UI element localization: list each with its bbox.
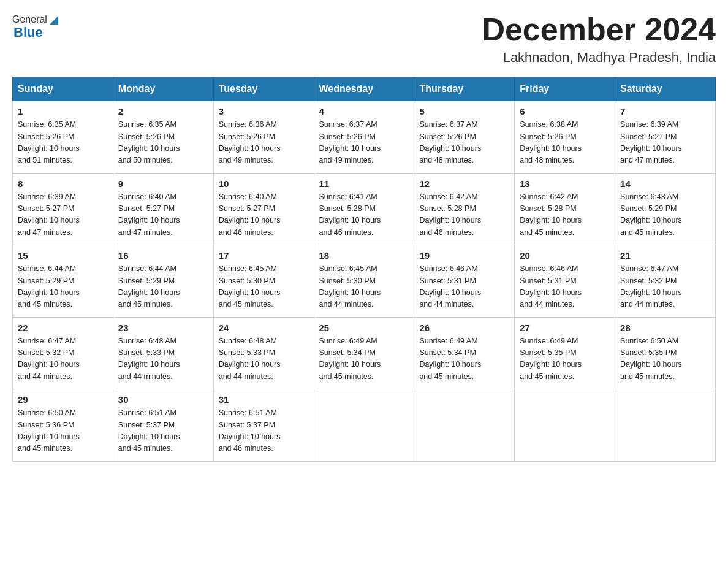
day-info: Sunrise: 6:51 AM Sunset: 5:37 PM Dayligh… — [118, 407, 208, 455]
calendar-week-row: 8 Sunrise: 6:39 AM Sunset: 5:27 PM Dayli… — [13, 173, 716, 245]
day-number: 27 — [520, 323, 610, 333]
calendar-cell: 20 Sunrise: 6:46 AM Sunset: 5:31 PM Dayl… — [515, 245, 615, 318]
day-number: 15 — [18, 250, 108, 261]
calendar-week-row: 1 Sunrise: 6:35 AM Sunset: 5:26 PM Dayli… — [13, 101, 716, 174]
calendar-cell: 30 Sunrise: 6:51 AM Sunset: 5:37 PM Dayl… — [113, 389, 213, 462]
logo: General Blue — [12, 12, 61, 40]
day-number: 11 — [319, 178, 409, 189]
day-number: 16 — [118, 250, 208, 261]
day-number: 2 — [118, 106, 208, 117]
header-wednesday: Wednesday — [314, 77, 414, 101]
calendar-cell — [414, 389, 515, 462]
day-info: Sunrise: 6:45 AM Sunset: 5:30 PM Dayligh… — [319, 263, 409, 311]
location-title: Lakhnadon, Madhya Pradesh, India — [482, 50, 716, 66]
calendar-cell: 10 Sunrise: 6:40 AM Sunset: 5:27 PM Dayl… — [213, 173, 314, 245]
header-saturday: Saturday — [615, 77, 716, 101]
logo-blue-text: Blue — [13, 25, 43, 40]
day-number: 5 — [419, 106, 509, 117]
day-number: 17 — [219, 250, 309, 261]
calendar-cell: 31 Sunrise: 6:51 AM Sunset: 5:37 PM Dayl… — [213, 389, 314, 462]
day-info: Sunrise: 6:47 AM Sunset: 5:32 PM Dayligh… — [620, 263, 710, 311]
calendar-cell: 27 Sunrise: 6:49 AM Sunset: 5:35 PM Dayl… — [515, 317, 615, 389]
day-info: Sunrise: 6:39 AM Sunset: 5:27 PM Dayligh… — [620, 119, 710, 167]
day-info: Sunrise: 6:37 AM Sunset: 5:26 PM Dayligh… — [319, 119, 409, 167]
calendar-cell: 1 Sunrise: 6:35 AM Sunset: 5:26 PM Dayli… — [13, 101, 113, 174]
day-number: 23 — [118, 323, 208, 333]
day-number: 25 — [319, 323, 409, 333]
month-title: December 2024 — [482, 12, 716, 47]
calendar-cell: 24 Sunrise: 6:48 AM Sunset: 5:33 PM Dayl… — [213, 317, 314, 389]
day-info: Sunrise: 6:40 AM Sunset: 5:27 PM Dayligh… — [219, 191, 309, 239]
day-info: Sunrise: 6:47 AM Sunset: 5:32 PM Dayligh… — [18, 335, 108, 383]
day-number: 3 — [219, 106, 309, 117]
day-number: 24 — [219, 323, 309, 333]
header-sunday: Sunday — [13, 77, 113, 101]
calendar-cell: 28 Sunrise: 6:50 AM Sunset: 5:35 PM Dayl… — [615, 317, 716, 389]
header-friday: Friday — [515, 77, 615, 101]
day-info: Sunrise: 6:49 AM Sunset: 5:34 PM Dayligh… — [419, 335, 509, 383]
day-number: 8 — [18, 178, 108, 189]
day-number: 7 — [620, 106, 710, 117]
day-number: 28 — [620, 323, 710, 333]
day-number: 9 — [118, 178, 208, 189]
day-info: Sunrise: 6:45 AM Sunset: 5:30 PM Dayligh… — [219, 263, 309, 311]
calendar-cell: 12 Sunrise: 6:42 AM Sunset: 5:28 PM Dayl… — [414, 173, 515, 245]
day-number: 20 — [520, 250, 610, 261]
calendar-week-row: 29 Sunrise: 6:50 AM Sunset: 5:36 PM Dayl… — [13, 389, 716, 462]
day-info: Sunrise: 6:41 AM Sunset: 5:28 PM Dayligh… — [319, 191, 409, 239]
header-tuesday: Tuesday — [213, 77, 314, 101]
calendar-cell: 15 Sunrise: 6:44 AM Sunset: 5:29 PM Dayl… — [13, 245, 113, 318]
day-info: Sunrise: 6:46 AM Sunset: 5:31 PM Dayligh… — [520, 263, 610, 311]
day-info: Sunrise: 6:42 AM Sunset: 5:28 PM Dayligh… — [419, 191, 509, 239]
day-number: 29 — [18, 394, 108, 405]
calendar-cell — [615, 389, 716, 462]
day-info: Sunrise: 6:37 AM Sunset: 5:26 PM Dayligh… — [419, 119, 509, 167]
calendar-cell: 5 Sunrise: 6:37 AM Sunset: 5:26 PM Dayli… — [414, 101, 515, 174]
day-number: 19 — [419, 250, 509, 261]
calendar-cell: 23 Sunrise: 6:48 AM Sunset: 5:33 PM Dayl… — [113, 317, 213, 389]
calendar-cell: 3 Sunrise: 6:36 AM Sunset: 5:26 PM Dayli… — [213, 101, 314, 174]
day-info: Sunrise: 6:50 AM Sunset: 5:35 PM Dayligh… — [620, 335, 710, 383]
calendar-cell: 22 Sunrise: 6:47 AM Sunset: 5:32 PM Dayl… — [13, 317, 113, 389]
day-number: 13 — [520, 178, 610, 189]
calendar-cell: 13 Sunrise: 6:42 AM Sunset: 5:28 PM Dayl… — [515, 173, 615, 245]
day-info: Sunrise: 6:35 AM Sunset: 5:26 PM Dayligh… — [18, 119, 108, 167]
calendar-cell: 2 Sunrise: 6:35 AM Sunset: 5:26 PM Dayli… — [113, 101, 213, 174]
day-number: 30 — [118, 394, 208, 405]
day-info: Sunrise: 6:43 AM Sunset: 5:29 PM Dayligh… — [620, 191, 710, 239]
day-number: 12 — [419, 178, 509, 189]
page-header: General Blue December 2024 Lakhnadon, Ma… — [12, 12, 716, 66]
calendar-cell: 26 Sunrise: 6:49 AM Sunset: 5:34 PM Dayl… — [414, 317, 515, 389]
calendar-header-row: SundayMondayTuesdayWednesdayThursdayFrid… — [13, 77, 716, 101]
day-number: 4 — [319, 106, 409, 117]
day-info: Sunrise: 6:39 AM Sunset: 5:27 PM Dayligh… — [18, 191, 108, 239]
day-number: 21 — [620, 250, 710, 261]
day-info: Sunrise: 6:48 AM Sunset: 5:33 PM Dayligh… — [118, 335, 208, 383]
day-info: Sunrise: 6:50 AM Sunset: 5:36 PM Dayligh… — [18, 407, 108, 455]
day-info: Sunrise: 6:36 AM Sunset: 5:26 PM Dayligh… — [219, 119, 309, 167]
day-info: Sunrise: 6:49 AM Sunset: 5:34 PM Dayligh… — [319, 335, 409, 383]
logo-triangle-icon — [47, 13, 61, 27]
calendar-cell: 25 Sunrise: 6:49 AM Sunset: 5:34 PM Dayl… — [314, 317, 414, 389]
day-number: 10 — [219, 178, 309, 189]
calendar-week-row: 15 Sunrise: 6:44 AM Sunset: 5:29 PM Dayl… — [13, 245, 716, 318]
day-number: 14 — [620, 178, 710, 189]
day-info: Sunrise: 6:38 AM Sunset: 5:26 PM Dayligh… — [520, 119, 610, 167]
calendar-cell: 14 Sunrise: 6:43 AM Sunset: 5:29 PM Dayl… — [615, 173, 716, 245]
day-info: Sunrise: 6:49 AM Sunset: 5:35 PM Dayligh… — [520, 335, 610, 383]
day-info: Sunrise: 6:51 AM Sunset: 5:37 PM Dayligh… — [219, 407, 309, 455]
day-number: 6 — [520, 106, 610, 117]
day-number: 1 — [18, 106, 108, 117]
calendar-cell: 4 Sunrise: 6:37 AM Sunset: 5:26 PM Dayli… — [314, 101, 414, 174]
logo-general-text: General — [12, 14, 47, 25]
day-number: 26 — [419, 323, 509, 333]
calendar-cell: 17 Sunrise: 6:45 AM Sunset: 5:30 PM Dayl… — [213, 245, 314, 318]
day-info: Sunrise: 6:48 AM Sunset: 5:33 PM Dayligh… — [219, 335, 309, 383]
day-info: Sunrise: 6:35 AM Sunset: 5:26 PM Dayligh… — [118, 119, 208, 167]
calendar-cell — [515, 389, 615, 462]
header-thursday: Thursday — [414, 77, 515, 101]
calendar-cell — [314, 389, 414, 462]
calendar-cell: 29 Sunrise: 6:50 AM Sunset: 5:36 PM Dayl… — [13, 389, 113, 462]
day-number: 18 — [319, 250, 409, 261]
day-number: 22 — [18, 323, 108, 333]
